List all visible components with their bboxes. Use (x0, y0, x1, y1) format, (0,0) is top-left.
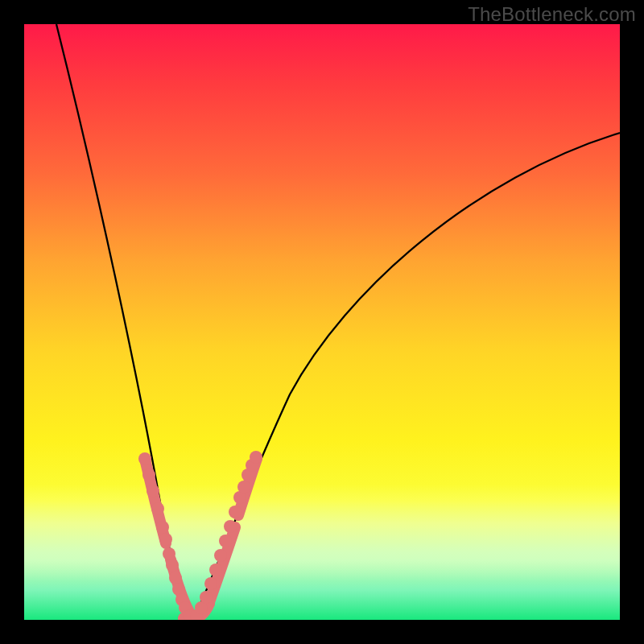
pink-dot (159, 533, 172, 546)
watermark-text: TheBottleneck.com (468, 3, 636, 26)
pink-dot (169, 572, 182, 584)
pink-dot (147, 485, 159, 497)
pink-dot (200, 591, 213, 604)
chart-svg (24, 24, 620, 620)
pink-dot (219, 535, 232, 547)
curve-left-branch (56, 24, 193, 620)
pink-dot (229, 506, 242, 518)
pink-dot (163, 547, 175, 560)
pink-dot (166, 559, 179, 572)
pink-dot (138, 452, 151, 465)
pink-dot (237, 481, 250, 493)
pink-dot (142, 469, 155, 481)
pink-dot (156, 521, 169, 534)
pink-dots-group (138, 451, 262, 620)
pink-dot (209, 564, 222, 576)
pink-dot (224, 520, 237, 533)
pink-dot (250, 451, 262, 464)
pink-dot (204, 577, 217, 590)
pink-dot (214, 549, 227, 562)
pink-dot (151, 502, 164, 515)
curve-right-branch (193, 133, 620, 620)
chart-plot-area (24, 24, 620, 620)
